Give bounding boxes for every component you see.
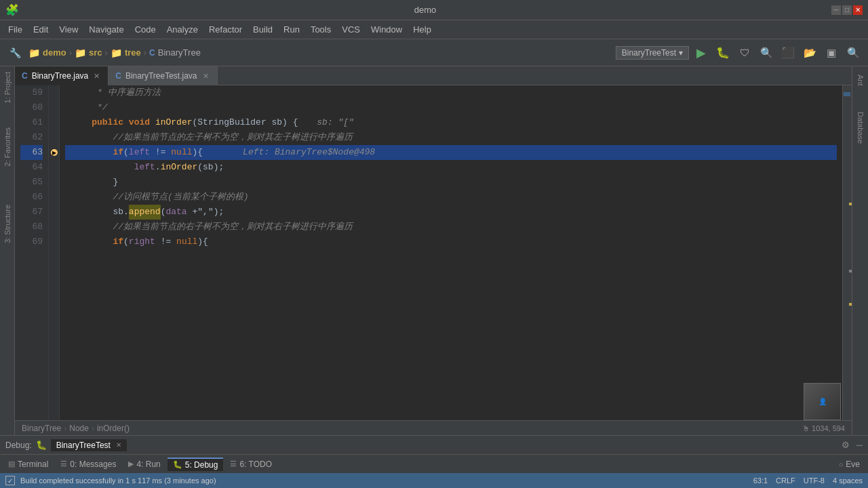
editor-tabs: C BinaryTree.java ✕ C BinaryTreeTest.jav…: [15, 66, 852, 85]
menu-run[interactable]: Run: [278, 23, 305, 36]
line-ending[interactable]: CRLF: [776, 476, 795, 485]
run-button[interactable]: ▶: [692, 44, 711, 62]
menu-window[interactable]: Window: [366, 23, 408, 36]
btab-messages[interactable]: ☰ 0: Messages: [55, 458, 121, 470]
bc-binarytree[interactable]: BinaryTree: [22, 424, 61, 433]
right-vertical-tabs: Ant Database: [852, 66, 868, 435]
btab-terminal[interactable]: ▤ Terminal: [3, 458, 54, 470]
btab-event-log-label: Eve: [846, 460, 860, 469]
breadcrumb-tree[interactable]: tree: [125, 47, 141, 58]
run-icon: ▶: [128, 460, 134, 468]
main-area: 1: Project 2: Favorites 3: Structure C B…: [0, 66, 868, 435]
toolbar: 🔧 📁 demo › 📁 src › 📁 tree › C BinaryTree…: [0, 39, 868, 66]
close-button[interactable]: ✕: [853, 5, 863, 15]
gutter: ▶: [49, 85, 60, 420]
tab-binarytreetest[interactable]: C BinaryTreeTest.java ✕: [108, 66, 217, 85]
btab-debug[interactable]: 🐛 5: Debug: [167, 458, 224, 471]
sidebar-item-database[interactable]: Database: [854, 106, 867, 149]
code-editor: 59 60 61 62 63 64 65 66 67 68 69 ▶: [15, 85, 852, 420]
breadcrumb-project[interactable]: demo: [43, 47, 66, 58]
breadcrumb-sep3: ›: [144, 47, 146, 58]
breadcrumb: 📁 demo › 📁 src › 📁 tree › C BinaryTree: [28, 47, 201, 58]
stop-button[interactable]: ⬛: [778, 44, 797, 62]
menu-tools[interactable]: Tools: [305, 23, 336, 36]
right-scrollbar[interactable]: [842, 85, 852, 420]
menu-edit[interactable]: Edit: [28, 23, 54, 36]
run-config-area: BinaryTreeTest ▾ ▶ 🐛 🛡 🔍 ⬛ 📂 ▣ 🔍: [616, 44, 863, 62]
breadcrumb-class[interactable]: BinaryTree: [158, 47, 201, 58]
code-line-61: public void inOrder (StringBuilder sb) {…: [65, 115, 837, 130]
bc-node[interactable]: Node: [69, 424, 89, 433]
maximize-button[interactable]: □: [842, 5, 852, 15]
menu-help[interactable]: Help: [408, 23, 437, 36]
debug-settings-icon[interactable]: ⚙: [842, 440, 850, 450]
debug-tab-binarytreetest[interactable]: BinaryTreeTest ✕: [51, 439, 127, 451]
cursor-pos[interactable]: 63:1: [753, 476, 768, 485]
bc-sep1: ›: [64, 424, 66, 433]
tab-label-binarytree: BinaryTree.java: [32, 71, 89, 81]
gutter-59: [49, 85, 59, 100]
btab-todo-label: 6: TODO: [239, 460, 272, 469]
debug-tab-icon: 🐛: [36, 440, 47, 450]
title-bar-left: 🧩: [5, 3, 19, 16]
btab-run-label: 4: Run: [136, 460, 160, 469]
btab-todo[interactable]: ☰ 6: TODO: [224, 458, 277, 470]
breadcrumb-src[interactable]: src: [89, 47, 102, 58]
messages-icon: ☰: [60, 460, 67, 468]
minimize-button[interactable]: ─: [831, 5, 841, 15]
btab-event-log[interactable]: ○ Eve: [833, 458, 865, 470]
tab-close-binarytreetest[interactable]: ✕: [201, 71, 210, 81]
profile-button[interactable]: 🔍: [757, 44, 776, 62]
run-config-selector[interactable]: BinaryTreeTest ▾: [616, 46, 689, 60]
code-line-64: left . inOrder (sb);: [65, 160, 837, 175]
search-everywhere-button[interactable]: 🔍: [844, 44, 863, 62]
tab-close-binarytree[interactable]: ✕: [92, 71, 101, 81]
debug-tab-close[interactable]: ✕: [116, 441, 121, 449]
bottom-toolbar: ▤ Terminal ☰ 0: Messages ▶ 4: Run 🐛 5: D…: [0, 454, 868, 473]
left-vertical-tabs: 1: Project 2: Favorites 3: Structure: [0, 66, 15, 435]
btab-debug-label: 5: Debug: [185, 460, 218, 470]
indent-setting[interactable]: 4 spaces: [833, 476, 863, 485]
encoding[interactable]: UTF-8: [804, 476, 825, 485]
code-line-59: * 中序遍历方法: [65, 85, 837, 100]
code-line-62: //如果当前节点的左子树不为空，则对其左子树进行中序遍历: [65, 130, 837, 145]
btab-run[interactable]: ▶ 4: Run: [123, 458, 165, 470]
menu-file[interactable]: File: [3, 23, 28, 36]
code-line-63: if ( left != null ){ Left: BinaryTree$No…: [65, 145, 837, 160]
tab-binarytree[interactable]: C BinaryTree.java ✕: [15, 66, 108, 85]
sidebar-item-project[interactable]: 1: Project: [1, 66, 14, 108]
gutter-69: [49, 235, 59, 249]
menu-navigate[interactable]: Navigate: [83, 23, 129, 36]
debug-button[interactable]: 🐛: [713, 44, 732, 62]
btab-messages-label: 0: Messages: [70, 460, 116, 469]
sidebar-item-ant[interactable]: Ant: [854, 69, 867, 92]
code-line-60: */: [65, 100, 837, 115]
debug-video-content: 👤: [804, 384, 840, 420]
breadcrumb-src-icon: 📁: [75, 47, 86, 58]
bc-inorder[interactable]: inOrder(): [97, 424, 130, 433]
status-bar: ✓ Build completed successfully in 1 s 11…: [0, 473, 868, 488]
run-config-chevron: ▾: [679, 48, 683, 58]
menu-analyze[interactable]: Analyze: [161, 23, 203, 36]
debug-label: Debug:: [5, 441, 32, 450]
run-config-label: BinaryTreeTest: [622, 48, 676, 58]
debug-tab-label: BinaryTreeTest: [56, 441, 111, 450]
menu-refactor[interactable]: Refactor: [203, 23, 248, 36]
project-structure-button[interactable]: 📂: [800, 44, 819, 62]
debug-minimize-icon[interactable]: ─: [856, 440, 863, 450]
back-button[interactable]: 🔧: [5, 44, 24, 62]
layout-button[interactable]: ▣: [822, 44, 841, 62]
menu-vcs[interactable]: VCS: [336, 23, 366, 36]
title-bar: 🧩 demo ─ □ ✕: [0, 0, 868, 20]
sidebar-item-structure[interactable]: 3: Structure: [1, 199, 14, 249]
run-with-coverage-button[interactable]: 🛡: [735, 44, 754, 62]
line-numbers: 59 60 61 62 63 64 65 66 67 68 69: [15, 85, 49, 420]
todo-icon: ☰: [230, 460, 237, 468]
sidebar-item-favorites[interactable]: 2: Favorites: [1, 122, 14, 171]
menu-view[interactable]: View: [54, 23, 83, 36]
gutter-67: [49, 205, 59, 220]
menu-build[interactable]: Build: [248, 23, 278, 36]
breadcrumb-class-icon: C: [149, 48, 155, 58]
gutter-65: [49, 175, 59, 190]
menu-code[interactable]: Code: [130, 23, 161, 36]
